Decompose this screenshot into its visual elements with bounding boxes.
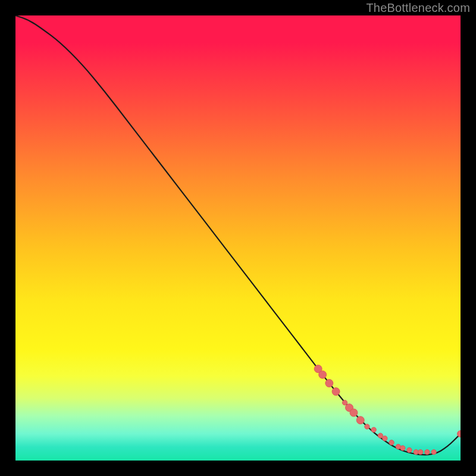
chart-plot-area [15, 15, 461, 461]
watermark-label: TheBottleneck.com [366, 1, 470, 15]
chart-marker [342, 400, 347, 405]
chart-marker [400, 446, 405, 450]
chart-curve [15, 15, 461, 455]
chart-marker [431, 450, 436, 455]
chart-markers [314, 365, 461, 455]
chart-marker [407, 447, 412, 452]
chart-marker [371, 427, 376, 432]
chart-svg [15, 15, 461, 461]
chart-marker [350, 409, 358, 416]
chart-stage: TheBottleneck.com [0, 0, 476, 476]
chart-marker [325, 380, 333, 387]
chart-marker [425, 450, 430, 455]
chart-marker [389, 440, 394, 445]
chart-marker [378, 433, 383, 438]
chart-marker [356, 416, 364, 424]
chart-marker [319, 371, 327, 378]
chart-marker [365, 424, 369, 429]
chart-marker [332, 388, 340, 396]
chart-marker [383, 436, 387, 441]
chart-marker [418, 450, 422, 455]
